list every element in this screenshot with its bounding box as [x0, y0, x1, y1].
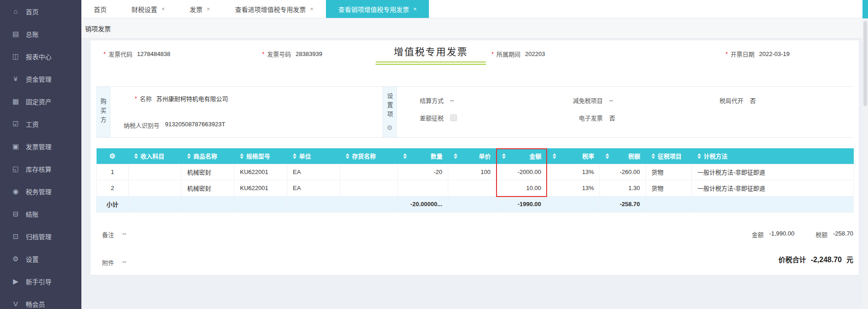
- sort-arrows-icon[interactable]: [240, 153, 244, 159]
- tab-view-output-vat-invoice[interactable]: 查看销项增值税专用发票×: [326, 0, 429, 18]
- sort-arrows-icon[interactable]: [403, 153, 407, 159]
- tab-close-icon[interactable]: ×: [161, 6, 165, 12]
- sort-arrows-icon[interactable]: [605, 153, 609, 159]
- sidebar-item-payroll[interactable]: ☑工资: [0, 112, 81, 135]
- total-amount-group: 金额 -1,990.00: [752, 230, 794, 239]
- sort-arrows-icon[interactable]: [697, 153, 701, 159]
- sidebar-item-general-ledger[interactable]: ▤总账: [0, 22, 81, 45]
- sort-down-icon: [454, 157, 457, 159]
- sort-arrows-icon[interactable]: [553, 153, 556, 159]
- e-invoice-value[interactable]: 否: [609, 113, 615, 122]
- settings-gear-icon[interactable]: ⚙: [387, 124, 393, 131]
- tax-management-icon: ◉: [11, 187, 20, 196]
- tax-exempt-value[interactable]: --: [609, 97, 613, 104]
- period-value[interactable]: 202203: [525, 51, 545, 57]
- cell[interactable]: 1: [97, 164, 129, 180]
- sort-arrows-icon[interactable]: [651, 153, 655, 159]
- cell[interactable]: [129, 180, 182, 196]
- diff-levy-field: 差额征税: [420, 113, 457, 122]
- cell[interactable]: 100: [448, 164, 497, 180]
- sort-down-icon: [134, 157, 138, 159]
- cell[interactable]: [448, 180, 497, 196]
- cell[interactable]: EA: [287, 180, 340, 196]
- cell[interactable]: 1.30: [600, 180, 646, 196]
- tab-view-input-vat-invoice[interactable]: 查看进项增值税专用发票×: [223, 0, 326, 18]
- tab-close-icon[interactable]: ×: [310, 6, 314, 12]
- tab-close-icon[interactable]: ×: [413, 6, 417, 12]
- cell[interactable]: 货物: [646, 164, 692, 180]
- cell[interactable]: [398, 180, 448, 196]
- attachment-value[interactable]: --: [122, 258, 126, 267]
- cell[interactable]: -260.00: [600, 164, 646, 180]
- buyer-name-value[interactable]: 苏州康耐柯特机电有限公司: [156, 94, 228, 103]
- cell[interactable]: [340, 164, 398, 180]
- sort-arrows-icon[interactable]: [293, 153, 297, 159]
- settlement-value[interactable]: --: [450, 97, 454, 104]
- table-config-header[interactable]: ⚙: [97, 148, 129, 164]
- buyer-taxid-value[interactable]: 91320508787663923T: [165, 121, 225, 129]
- sort-arrows-icon[interactable]: [134, 153, 138, 159]
- sort-arrows-icon[interactable]: [346, 153, 349, 159]
- tab-home[interactable]: 首页: [81, 0, 119, 18]
- issue-date-value[interactable]: 2022-03-19: [759, 51, 790, 57]
- buyer-side-text: 购买方: [99, 98, 108, 126]
- sidebar-item-home[interactable]: ⌂首页: [0, 0, 81, 22]
- col-header-11: 征税项目: [646, 148, 692, 164]
- cell[interactable]: 13%: [547, 180, 600, 196]
- cell: -20.00000...: [398, 196, 448, 212]
- cell[interactable]: KU622001: [234, 180, 287, 196]
- sort-arrows-icon[interactable]: [454, 153, 457, 159]
- cell[interactable]: 机械密封: [182, 164, 234, 180]
- sort-arrows-icon[interactable]: [502, 153, 506, 159]
- sidebar-item-fixed-assets[interactable]: ▦固定资产: [0, 90, 81, 112]
- total-tax-group: 税额 -258.70: [816, 230, 853, 239]
- cell[interactable]: [129, 164, 182, 180]
- sidebar-item-report-center[interactable]: ◫报表中心: [0, 45, 81, 67]
- sort-down-icon: [502, 157, 506, 159]
- remark-value[interactable]: --: [122, 230, 126, 239]
- sidebar-item-closing[interactable]: ⊟结账: [0, 202, 81, 225]
- remark-field: 备注 --: [102, 230, 126, 239]
- sidebar-item-beginner-guide[interactable]: ▶新手引导: [0, 270, 81, 292]
- sort-arrows-icon[interactable]: [187, 153, 191, 159]
- diff-levy-checkbox[interactable]: [450, 114, 457, 121]
- cell[interactable]: 机械密封: [182, 180, 234, 196]
- sidebar-item-tax-management[interactable]: ◉税务管理: [0, 180, 81, 202]
- invoice-code-value[interactable]: 1278484838: [137, 51, 170, 57]
- required-asterisk: *: [491, 51, 494, 57]
- cell[interactable]: 货物: [646, 180, 692, 196]
- cell[interactable]: 一般计税方法-非即征即退: [692, 164, 854, 180]
- sidebar-item-funds-management[interactable]: ¥资金管理: [0, 67, 81, 90]
- tax-bureau-value[interactable]: 否: [750, 96, 756, 105]
- tab-close-icon[interactable]: ×: [207, 6, 211, 12]
- invoice-number-value[interactable]: 28383939: [296, 51, 322, 57]
- cell[interactable]: EA: [287, 164, 340, 180]
- cell[interactable]: 10.00: [497, 180, 547, 196]
- tab-invoice[interactable]: 发票×: [177, 0, 223, 18]
- sidebar-item-member[interactable]: V畅会员: [0, 292, 81, 309]
- table-config-gear-icon[interactable]: ⚙: [102, 152, 123, 160]
- tab-finance-tax-settings[interactable]: 财税设置×: [119, 0, 177, 18]
- sidebar-item-archive-management[interactable]: ⊡归档管理: [0, 225, 81, 247]
- cell: [692, 196, 854, 212]
- sidebar-item-label: 结账: [26, 209, 39, 219]
- sidebar-item-inventory-accounting[interactable]: ◱库存核算: [0, 157, 81, 180]
- invoice-number-label: 发票号码: [267, 50, 291, 58]
- cell[interactable]: 2: [97, 180, 129, 196]
- sidebar-item-invoice-management[interactable]: ▣发票管理: [0, 135, 81, 157]
- sidebar-item-label: 归档管理: [26, 232, 51, 241]
- cell: [234, 196, 287, 212]
- tab-overflow-corner[interactable]: [862, 0, 868, 18]
- sidebar-item-label: 设置: [26, 254, 39, 264]
- col-header-6: 数量: [398, 148, 448, 164]
- cell[interactable]: KU622001: [234, 164, 287, 180]
- vertical-scrollbar[interactable]: [862, 18, 868, 309]
- cell[interactable]: 一般计税方法-非即征即退: [692, 180, 854, 196]
- cell[interactable]: -2000.00: [497, 164, 547, 180]
- cell[interactable]: [340, 180, 398, 196]
- sidebar-item-label: 发票管理: [26, 142, 51, 151]
- scrollbar-thumb[interactable]: [863, 21, 867, 106]
- cell[interactable]: -20: [398, 164, 448, 180]
- sidebar-item-settings[interactable]: ⚙设置: [0, 247, 81, 270]
- cell[interactable]: 13%: [547, 164, 600, 180]
